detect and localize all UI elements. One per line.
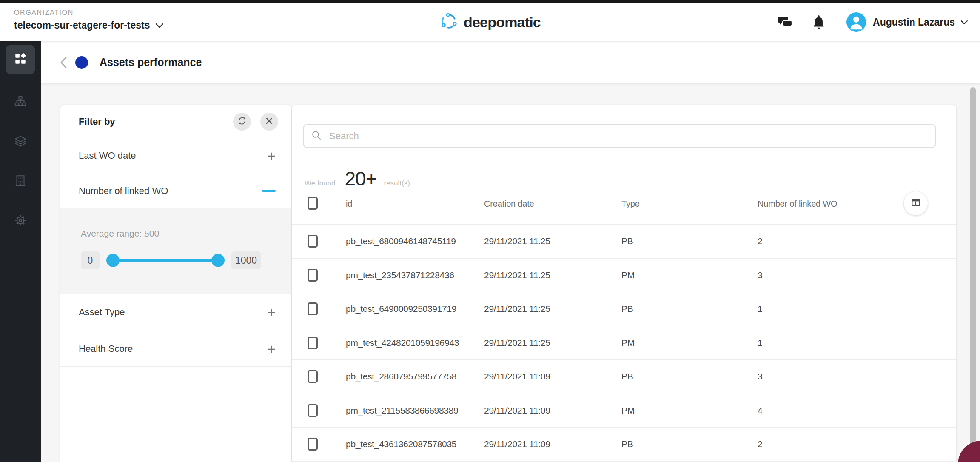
- table-row[interactable]: pb_test_4361362087578035 29/11/2021 11:0…: [292, 427, 956, 461]
- filter-reset-button[interactable]: [233, 113, 251, 131]
- layers-icon: [14, 134, 27, 150]
- cell-type: PB: [621, 371, 633, 382]
- top-bar: ORGANIZATION telecom-sur-etagere-for-tes…: [0, 0, 980, 41]
- row-checkbox[interactable]: [308, 302, 318, 315]
- cell-number-of-linked-wo: 2: [758, 236, 762, 246]
- organization-label: ORGANIZATION: [14, 9, 164, 17]
- cell-creation-date: 29/11/2021 11:09: [484, 405, 550, 416]
- dashboard-icon: [14, 52, 27, 67]
- select-all-checkbox[interactable]: [308, 197, 318, 210]
- filter-section-number-of-linked-wo[interactable]: Number of linked WO: [60, 173, 291, 208]
- row-checkbox[interactable]: [308, 404, 318, 417]
- user-name[interactable]: Augustin Lazarus: [873, 17, 955, 28]
- table-row[interactable]: pm_test_4248201059196943 29/11/2021 11:2…: [292, 326, 956, 360]
- app-screen: ORGANIZATION telecom-sur-etagere-for-tes…: [0, 0, 980, 462]
- filter-section-health-score[interactable]: Health Score +: [60, 331, 291, 367]
- row-checkbox[interactable]: [308, 235, 318, 248]
- avatar[interactable]: [846, 12, 866, 32]
- row-checkbox[interactable]: [308, 337, 318, 349]
- cell-id: pb_test_4361362087578035: [346, 439, 456, 449]
- column-settings-button[interactable]: [904, 191, 928, 215]
- search-input[interactable]: [328, 130, 928, 142]
- back-button[interactable]: [60, 56, 67, 69]
- page-title: Assets performance: [100, 56, 202, 68]
- table-row[interactable]: pb_test_2860795799577758 29/11/2021 11:0…: [292, 359, 956, 394]
- row-checkbox[interactable]: [308, 269, 318, 282]
- filter-section-asset-type[interactable]: Asset Type +: [60, 294, 291, 331]
- organization-switcher[interactable]: ORGANIZATION telecom-sur-etagere-for-tes…: [14, 9, 164, 31]
- slider-handle-max[interactable]: [211, 254, 225, 267]
- user-chevron-down-icon[interactable]: [960, 20, 968, 25]
- row-checkbox[interactable]: [308, 370, 318, 383]
- table-header: id Creation date Type Number of linked W…: [292, 186, 956, 224]
- table-row[interactable]: pb_test_6800946148745119 29/11/2021 11:2…: [292, 224, 956, 258]
- sidebar-item-layers[interactable]: [0, 129, 41, 155]
- search-icon: [311, 130, 322, 143]
- cell-creation-date: 29/11/2021 11:25: [484, 338, 550, 348]
- slider-handle-min[interactable]: [106, 254, 120, 267]
- cell-number-of-linked-wo: 1: [758, 304, 762, 314]
- slider-track: [112, 259, 219, 262]
- cell-number-of-linked-wo: 3: [758, 371, 762, 382]
- cell-id: pm_test_235437871228436: [346, 270, 454, 280]
- average-range-label: Average range: 500: [81, 228, 291, 239]
- bell-icon[interactable]: [812, 15, 825, 29]
- table-columns-icon: [910, 197, 921, 210]
- building-icon: [14, 174, 27, 189]
- cell-type: PM: [621, 405, 635, 416]
- table-row[interactable]: pm_test_235437871228436 29/11/2021 11:25…: [292, 258, 956, 292]
- search-bar: [303, 124, 936, 148]
- close-icon: [265, 117, 273, 127]
- filter-header: Filter by: [60, 105, 291, 138]
- filter-section-last-wo-date[interactable]: Last WO date +: [60, 138, 291, 173]
- minus-icon[interactable]: [262, 190, 276, 192]
- table-row[interactable]: pm_test_2115583866698389 29/11/2021 11:0…: [292, 394, 956, 428]
- range-min-value: 0: [81, 251, 100, 269]
- chat-launcher-button[interactable]: [958, 441, 980, 462]
- sidebar-item-dashboard[interactable]: [6, 45, 35, 74]
- results-panel: We found 20+ result(s) id Creation date …: [292, 105, 956, 462]
- page-title-bar: Assets performance: [41, 41, 980, 83]
- sidebar-item-hierarchy[interactable]: [0, 89, 41, 116]
- cell-number-of-linked-wo: 3: [758, 270, 762, 280]
- scrollbar-thumb[interactable]: [970, 87, 976, 447]
- sidebar: [0, 41, 41, 462]
- cell-creation-date: 29/11/2021 11:09: [484, 439, 550, 449]
- brand-logo: deepomatic: [439, 12, 541, 32]
- column-header-id[interactable]: id: [346, 199, 352, 209]
- cell-id: pb_test_6490009250391719: [346, 304, 456, 314]
- plus-icon[interactable]: +: [267, 148, 276, 163]
- cell-type: PB: [621, 304, 633, 314]
- cell-type: PM: [621, 338, 635, 348]
- plus-icon[interactable]: +: [267, 305, 276, 319]
- settings-gear-icon: [14, 214, 27, 229]
- column-header-creation-date[interactable]: Creation date: [484, 199, 534, 209]
- sidebar-item-settings[interactable]: [0, 208, 41, 234]
- page-title-dot: [75, 56, 88, 69]
- cell-creation-date: 29/11/2021 11:09: [484, 371, 550, 382]
- row-checkbox[interactable]: [308, 438, 318, 451]
- cell-number-of-linked-wo: 4: [758, 405, 762, 416]
- cell-number-of-linked-wo: 1: [758, 338, 762, 348]
- chat-icon[interactable]: [778, 15, 793, 29]
- filter-title: Filter by: [79, 116, 224, 127]
- table-body: pb_test_6800946148745119 29/11/2021 11:2…: [292, 224, 956, 462]
- filter-section-label: Last WO date: [79, 150, 267, 161]
- filter-section-label: Health Score: [79, 343, 267, 354]
- chevron-down-icon: [155, 23, 164, 28]
- cell-number-of-linked-wo: 2: [758, 439, 762, 449]
- refresh-icon: [237, 116, 247, 127]
- cell-creation-date: 29/11/2021 11:25: [484, 270, 550, 280]
- column-header-type[interactable]: Type: [621, 199, 640, 209]
- cell-creation-date: 29/11/2021 11:25: [484, 236, 550, 246]
- table-row[interactable]: pb_test_6490009250391719 29/11/2021 11:2…: [292, 292, 956, 326]
- filter-close-button[interactable]: [260, 113, 278, 131]
- range-slider[interactable]: [106, 251, 225, 269]
- cell-id: pm_test_2115583866698389: [346, 405, 459, 416]
- sidebar-item-sites[interactable]: [0, 168, 41, 195]
- plus-icon[interactable]: +: [267, 342, 276, 356]
- filter-panel: Filter by Last WO date +: [60, 105, 291, 462]
- sitemap-icon: [14, 95, 27, 110]
- filter-section-label: Asset Type: [79, 307, 267, 318]
- column-header-number-of-linked-wo[interactable]: Number of linked WO: [758, 199, 837, 209]
